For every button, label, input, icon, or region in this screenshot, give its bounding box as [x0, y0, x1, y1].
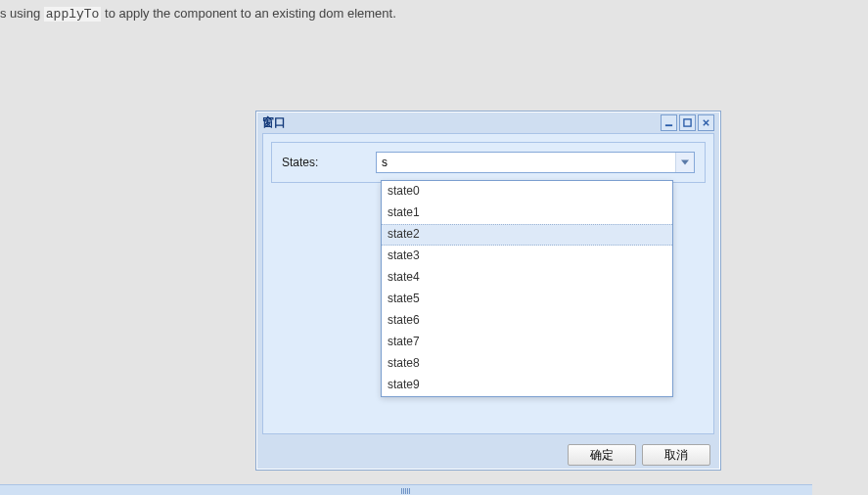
splitter-handle-icon [401, 487, 415, 495]
maximize-icon [683, 118, 692, 127]
dropdown-item[interactable]: state2 [382, 224, 672, 246]
dropdown-item[interactable]: state9 [382, 375, 672, 396]
states-combobox [376, 152, 695, 173]
ok-button[interactable]: 确定 [568, 444, 636, 466]
page-description-suffix: to apply the component to an existing do… [101, 6, 395, 21]
form-panel: States: [271, 142, 706, 183]
page-description-code: applyTo [44, 7, 102, 22]
button-bar: 确定 取消 [256, 440, 720, 470]
close-button[interactable] [698, 114, 714, 131]
dropdown-item[interactable]: state0 [382, 181, 672, 202]
dropdown-item[interactable]: state1 [382, 202, 672, 224]
minimize-button[interactable] [661, 114, 677, 131]
close-icon [702, 118, 710, 127]
svg-rect-1 [684, 118, 691, 125]
dropdown-item[interactable]: state8 [382, 353, 672, 375]
window-title: 窗口 [262, 114, 286, 131]
dropdown-item[interactable]: state6 [382, 310, 672, 332]
dropdown-item[interactable]: state7 [382, 332, 672, 353]
dropdown-item[interactable]: state4 [382, 267, 672, 289]
svg-rect-0 [665, 124, 672, 126]
states-dropdown: state0state1state2state3state4state5stat… [381, 180, 673, 397]
maximize-button[interactable] [679, 114, 696, 131]
minimize-icon [664, 118, 673, 127]
states-input[interactable] [376, 152, 695, 173]
page-description-prefix: s using [0, 6, 44, 21]
window-titlebar[interactable]: 窗口 [256, 112, 720, 133]
states-label: States: [282, 156, 376, 169]
svg-marker-4 [681, 160, 689, 165]
page-description: s using applyTo to apply the component t… [0, 6, 396, 22]
splitter-bar[interactable] [0, 484, 812, 495]
dropdown-item[interactable]: state5 [382, 289, 672, 310]
combobox-trigger[interactable] [675, 153, 694, 172]
chevron-down-icon [681, 159, 689, 165]
dropdown-item[interactable]: state3 [382, 246, 672, 267]
cancel-button[interactable]: 取消 [642, 444, 710, 466]
